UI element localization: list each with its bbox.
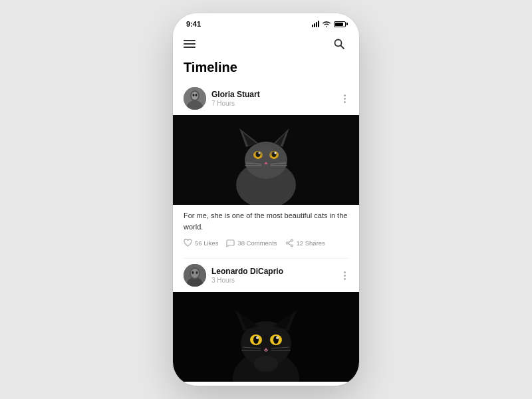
signal-icon: [312, 21, 319, 27]
post-author: Leonardo DiCaprio 3 Hours: [184, 264, 283, 287]
share-icon: [285, 239, 294, 247]
cat-image-2: [173, 292, 359, 382]
svg-point-30: [286, 242, 288, 244]
svg-point-7: [196, 94, 198, 96]
avatar: [184, 87, 206, 110]
post-time: 3 Hours: [211, 277, 283, 284]
svg-line-32: [288, 243, 291, 245]
svg-point-58: [254, 356, 278, 372]
author-name: Gloria Stuart: [211, 90, 260, 99]
author-info: Gloria Stuart 7 Hours: [211, 90, 260, 107]
menu-icon[interactable]: [184, 40, 196, 48]
post-caption: For me, she is one of the most beautiful…: [173, 205, 359, 236]
comment-icon: [226, 239, 235, 247]
post-author: Gloria Stuart 7 Hours: [184, 87, 260, 110]
svg-point-29: [291, 245, 293, 247]
wifi-icon: [322, 21, 331, 27]
svg-point-38: [196, 271, 198, 274]
shares-count: 12 Shares: [297, 239, 325, 247]
top-nav: [173, 31, 359, 57]
author-info: Leonardo DiCaprio 3 Hours: [211, 267, 283, 284]
cat-image-1: [173, 115, 359, 205]
svg-point-52: [276, 336, 279, 339]
more-options-button[interactable]: [341, 92, 348, 106]
svg-point-21: [275, 152, 277, 154]
likes-count: 56 Likes: [195, 239, 218, 247]
more-options-button[interactable]: [341, 269, 348, 283]
author-name: Leonardo DiCaprio: [211, 267, 283, 276]
status-time: 9:41: [186, 20, 201, 28]
post-card: Leonardo DiCaprio 3 Hours: [173, 259, 359, 386]
status-icons: [312, 21, 346, 27]
svg-point-5: [192, 92, 198, 100]
status-bar: 9:41: [173, 13, 359, 31]
svg-line-1: [341, 46, 344, 49]
svg-line-31: [288, 241, 291, 243]
battery-icon: [334, 21, 346, 27]
svg-point-37: [192, 271, 194, 274]
post-card: Gloria Stuart 7 Hours: [173, 82, 359, 258]
phone-frame: 9:41: [173, 13, 359, 386]
avatar: [184, 264, 206, 287]
post-time: 7 Hours: [211, 100, 260, 107]
svg-point-51: [256, 336, 259, 339]
shares-stat[interactable]: 12 Shares: [285, 239, 325, 247]
post-image: [173, 292, 359, 382]
svg-point-28: [291, 239, 293, 241]
search-button[interactable]: [330, 35, 348, 53]
post-image: [173, 115, 359, 205]
search-icon: [333, 38, 345, 50]
post-header: Leonardo DiCaprio 3 Hours: [173, 259, 359, 292]
likes-stat[interactable]: 56 Likes: [184, 239, 218, 247]
post-header: Gloria Stuart 7 Hours: [173, 82, 359, 115]
svg-point-27: [258, 146, 274, 157]
comments-count: 38 Comments: [237, 239, 277, 247]
svg-point-6: [193, 94, 195, 96]
comments-stat[interactable]: 38 Comments: [226, 239, 277, 247]
page-title: Timeline: [173, 57, 359, 82]
post-stats: 56 Likes 38 Comments 1: [173, 236, 359, 250]
feed-scroll-area[interactable]: Gloria Stuart 7 Hours: [173, 82, 359, 386]
heart-icon: [184, 239, 192, 247]
